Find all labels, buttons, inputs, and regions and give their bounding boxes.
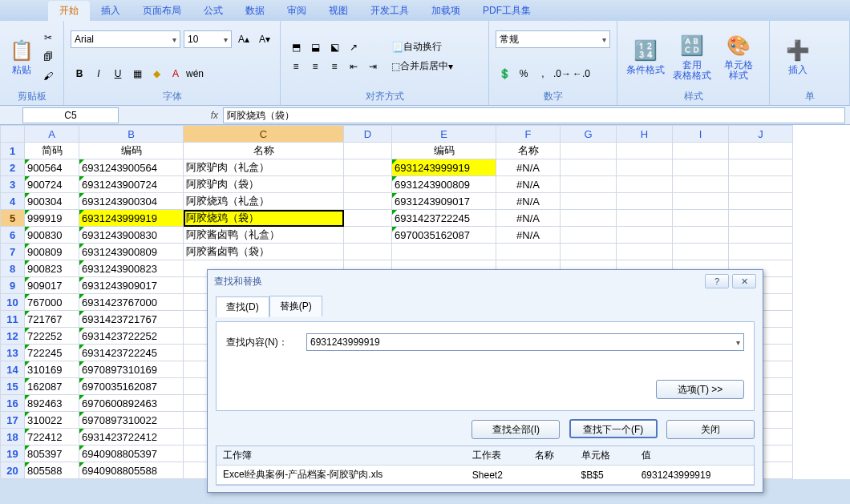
cell-F2[interactable]: #N/A bbox=[496, 159, 561, 176]
fx-icon[interactable]: fx bbox=[159, 110, 223, 121]
indent-dec-icon[interactable]: ⇤ bbox=[345, 58, 362, 75]
cell-J1[interactable] bbox=[729, 143, 793, 159]
cell-B15[interactable]: 6970035162087 bbox=[79, 378, 184, 395]
replace-tab[interactable]: 替换(P) bbox=[269, 296, 322, 317]
format-painter-icon[interactable]: 🖌 bbox=[39, 67, 57, 85]
align-top-icon[interactable]: ⬒ bbox=[287, 38, 305, 56]
row-header-11[interactable]: 11 bbox=[1, 311, 25, 328]
cell-A7[interactable]: 900809 bbox=[25, 244, 79, 260]
border-button[interactable]: ▦ bbox=[128, 65, 146, 83]
cell-G2[interactable] bbox=[561, 159, 617, 176]
cell-H1[interactable] bbox=[617, 143, 673, 159]
cell-B5[interactable]: 6931243999919 bbox=[79, 210, 184, 227]
col-header-C[interactable]: C bbox=[184, 126, 344, 143]
cell-F6[interactable]: #N/A bbox=[496, 227, 561, 244]
cell-B1[interactable]: 编码 bbox=[79, 143, 184, 159]
name-box[interactable]: C5 bbox=[22, 107, 119, 123]
insert-cells-button[interactable]: ➕ 插入 bbox=[776, 28, 820, 86]
col-header-G[interactable]: G bbox=[561, 126, 617, 143]
tab-addins[interactable]: 加载项 bbox=[420, 1, 472, 21]
paste-button[interactable]: 📋 粘贴 bbox=[6, 28, 36, 86]
cell-I6[interactable] bbox=[673, 227, 729, 244]
cell-B4[interactable]: 6931243900304 bbox=[79, 193, 184, 210]
row-header-12[interactable]: 12 bbox=[1, 328, 25, 345]
cell-A10[interactable]: 767000 bbox=[25, 294, 79, 311]
row-header-2[interactable]: 2 bbox=[1, 159, 25, 176]
cell-B2[interactable]: 6931243900564 bbox=[79, 159, 184, 176]
indent-inc-icon[interactable]: ⇥ bbox=[364, 58, 382, 75]
cell-E2[interactable]: 6931243999919 bbox=[392, 159, 496, 176]
cell-E7[interactable] bbox=[392, 244, 496, 260]
col-header-B[interactable]: B bbox=[79, 126, 184, 143]
cell-E6[interactable]: 6970035162087 bbox=[392, 227, 496, 244]
cell-B14[interactable]: 6970897310169 bbox=[79, 361, 184, 378]
cell-J5[interactable] bbox=[729, 210, 793, 227]
dialog-help-button[interactable]: ? bbox=[705, 274, 729, 288]
cell-C6[interactable]: 阿胶酱卤鸭（礼盒） bbox=[184, 227, 344, 244]
align-bottom-icon[interactable]: ⬕ bbox=[326, 38, 343, 56]
cell-F3[interactable]: #N/A bbox=[496, 176, 561, 193]
fill-color-button[interactable]: ◆ bbox=[148, 65, 165, 83]
cell-E1[interactable]: 编码 bbox=[392, 143, 496, 159]
cell-G3[interactable] bbox=[561, 176, 617, 193]
copy-icon[interactable]: 🗐 bbox=[39, 48, 57, 66]
col-header-I[interactable]: I bbox=[673, 126, 729, 143]
cell-D4[interactable] bbox=[344, 193, 392, 210]
align-middle-icon[interactable]: ⬓ bbox=[306, 38, 324, 56]
currency-icon[interactable]: 💲 bbox=[496, 65, 513, 83]
cell-A12[interactable]: 722252 bbox=[25, 328, 79, 345]
cell-A13[interactable]: 722245 bbox=[25, 345, 79, 361]
cell-B12[interactable]: 6931423722252 bbox=[79, 328, 184, 345]
cell-B6[interactable]: 6931243900830 bbox=[79, 227, 184, 244]
dialog-titlebar[interactable]: 查找和替换 ? ✕ bbox=[208, 270, 763, 292]
cell-A1[interactable]: 简码 bbox=[25, 143, 79, 159]
cell-B19[interactable]: 6940908805397 bbox=[79, 446, 184, 462]
row-header-17[interactable]: 17 bbox=[1, 412, 25, 429]
cell-C1[interactable]: 名称 bbox=[184, 143, 344, 159]
merge-center-button[interactable]: ⬚ 合并后居中 ▾ bbox=[391, 58, 453, 75]
cell-I3[interactable] bbox=[673, 176, 729, 193]
cut-icon[interactable]: ✂ bbox=[39, 29, 57, 46]
cell-H2[interactable] bbox=[617, 159, 673, 176]
cell-H3[interactable] bbox=[617, 176, 673, 193]
cell-F4[interactable]: #N/A bbox=[496, 193, 561, 210]
row-header-6[interactable]: 6 bbox=[1, 227, 25, 244]
col-header-D[interactable]: D bbox=[344, 126, 392, 143]
cell-B10[interactable]: 6931423767000 bbox=[79, 294, 184, 311]
cell-C3[interactable]: 阿胶驴肉（袋） bbox=[184, 176, 344, 193]
format-as-table-button[interactable]: 🔠 套用 表格格式 bbox=[670, 28, 714, 86]
find-what-input[interactable]: 6931243999919 bbox=[306, 333, 744, 351]
tab-insert[interactable]: 插入 bbox=[90, 1, 132, 21]
tab-view[interactable]: 视图 bbox=[318, 1, 359, 21]
cell-C4[interactable]: 阿胶烧鸡（礼盒） bbox=[184, 193, 344, 210]
cell-D5[interactable] bbox=[344, 210, 392, 227]
cell-I7[interactable] bbox=[673, 244, 729, 260]
cell-B3[interactable]: 6931243900724 bbox=[79, 176, 184, 193]
cell-A2[interactable]: 900564 bbox=[25, 159, 79, 176]
inc-decimal-icon[interactable]: .0→ bbox=[553, 65, 571, 83]
italic-button[interactable]: I bbox=[90, 65, 107, 83]
align-left-icon[interactable]: ≡ bbox=[287, 58, 305, 75]
cell-B11[interactable]: 6931423721767 bbox=[79, 311, 184, 328]
find-next-button[interactable]: 查找下一个(F) bbox=[569, 419, 658, 438]
cell-G1[interactable] bbox=[561, 143, 617, 159]
cell-B16[interactable]: 6970600892463 bbox=[79, 395, 184, 412]
cell-B20[interactable]: 6940908805588 bbox=[79, 462, 184, 479]
font-size-select[interactable]: 10 bbox=[184, 30, 232, 48]
cell-C2[interactable]: 阿胶驴肉（礼盒） bbox=[184, 159, 344, 176]
cell-B13[interactable]: 6931423722245 bbox=[79, 345, 184, 361]
cell-H6[interactable] bbox=[617, 227, 673, 244]
cell-J3[interactable] bbox=[729, 176, 793, 193]
cell-A9[interactable]: 909017 bbox=[25, 277, 79, 294]
cell-F5[interactable]: #N/A bbox=[496, 210, 561, 227]
row-header-20[interactable]: 20 bbox=[1, 462, 25, 479]
find-results-grid[interactable]: 工作簿 工作表 名称 单元格 值 Excel经典案例-产品档案-阿胶驴肉.xls… bbox=[216, 446, 755, 486]
tab-pdf[interactable]: PDF工具集 bbox=[472, 1, 542, 21]
comma-icon[interactable]: , bbox=[534, 65, 552, 83]
cell-E3[interactable]: 6931243900809 bbox=[392, 176, 496, 193]
cell-F7[interactable] bbox=[496, 244, 561, 260]
cell-G4[interactable] bbox=[561, 193, 617, 210]
decrease-font-icon[interactable]: A▾ bbox=[256, 30, 273, 48]
tab-review[interactable]: 审阅 bbox=[276, 1, 318, 21]
cell-A8[interactable]: 900823 bbox=[25, 260, 79, 277]
